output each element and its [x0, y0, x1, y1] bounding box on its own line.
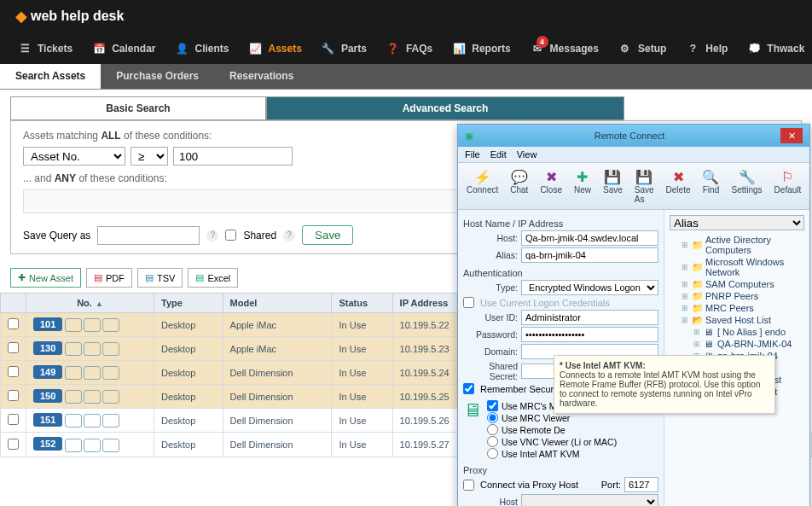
- proxy-checkbox[interactable]: [463, 480, 474, 491]
- tree-item[interactable]: ⊞📁SAM Computers: [682, 278, 804, 290]
- remember-checkbox[interactable]: [463, 383, 474, 394]
- toolbtn-connect[interactable]: ⚡Connect: [461, 166, 503, 206]
- remote-icon[interactable]: [65, 439, 82, 452]
- tree-item[interactable]: ⊞📂Saved Host List: [682, 314, 804, 326]
- userid-input[interactable]: [521, 310, 658, 325]
- subtab-purchase-orders[interactable]: Purchase Orders: [101, 64, 214, 89]
- viewer-radio[interactable]: [487, 424, 498, 435]
- row-checkbox[interactable]: [8, 390, 19, 401]
- tree-item[interactable]: ⊞📁Active Directory Computers: [682, 234, 804, 256]
- tree-expand-icon[interactable]: ⊞: [693, 340, 700, 348]
- toolbtn-find[interactable]: 🔍Find: [697, 166, 724, 206]
- row-checkbox[interactable]: [8, 318, 19, 329]
- menu-edit[interactable]: Edit: [490, 149, 507, 160]
- col-no[interactable]: No.▲: [26, 294, 154, 313]
- col-model[interactable]: Model: [223, 294, 332, 313]
- shared-checkbox[interactable]: [225, 230, 236, 241]
- port-input[interactable]: [624, 477, 658, 492]
- export-pdf-button[interactable]: ▤PDF: [86, 268, 132, 288]
- nav-thwack[interactable]: 💭Thwack: [738, 36, 812, 61]
- tree-item[interactable]: ⊞🖥QA-BRN-JMIK-04: [693, 338, 804, 350]
- screen-icon[interactable]: [102, 318, 119, 332]
- row-checkbox[interactable]: [8, 342, 19, 353]
- tree-expand-icon[interactable]: ⊞: [682, 280, 688, 288]
- mirror-checkbox[interactable]: [487, 400, 498, 411]
- field-select[interactable]: Asset No.: [23, 147, 125, 166]
- asset-no-badge[interactable]: 130: [33, 341, 62, 355]
- row-checkbox[interactable]: [8, 439, 19, 450]
- help-icon[interactable]: ?: [283, 230, 295, 241]
- toolbtn-close[interactable]: ✖Close: [535, 166, 567, 206]
- remote-icon[interactable]: [65, 390, 82, 404]
- remote-icon[interactable]: [65, 366, 82, 380]
- tab-advanced-search[interactable]: Advanced Search: [266, 96, 624, 120]
- toolbtn-save-as[interactable]: 💾Save As: [629, 166, 659, 206]
- toolbtn-default[interactable]: ⚐Default: [769, 166, 807, 206]
- screen-icon[interactable]: [102, 390, 119, 404]
- tree-expand-icon[interactable]: ⊞: [682, 316, 688, 324]
- tree-expand-icon[interactable]: ⊞: [693, 328, 700, 336]
- alias-input[interactable]: [521, 247, 658, 263]
- nav-clients[interactable]: 👤Clients: [166, 36, 238, 61]
- toolbtn-settings[interactable]: 🔧Settings: [726, 166, 767, 206]
- nav-messages[interactable]: ✉4Messages: [521, 36, 607, 61]
- view-icon[interactable]: [84, 390, 101, 404]
- export-excel-button[interactable]: ▤Excel: [188, 268, 238, 288]
- tree-item[interactable]: ⊞📁MRC Peers: [682, 302, 804, 314]
- remote-icon[interactable]: [65, 342, 82, 356]
- nav-setup[interactable]: ⚙Setup: [609, 36, 675, 61]
- use-current-checkbox[interactable]: [463, 297, 474, 308]
- view-icon[interactable]: [84, 439, 101, 452]
- save-button[interactable]: Save: [302, 225, 353, 245]
- export-tsv-button[interactable]: ▤TSV: [137, 268, 183, 288]
- screen-icon[interactable]: [102, 414, 119, 427]
- view-icon[interactable]: [84, 414, 101, 427]
- nav-faqs[interactable]: ❓FAQs: [377, 36, 441, 61]
- tab-basic-search[interactable]: Basic Search: [10, 96, 266, 120]
- new-asset-button[interactable]: ✚New Asset: [10, 268, 81, 288]
- help-icon[interactable]: ?: [206, 230, 218, 241]
- toolbtn-save[interactable]: 💾Save: [598, 166, 628, 206]
- tree-item[interactable]: ⊞📁PNRP Peers: [682, 290, 804, 302]
- value-input[interactable]: [173, 147, 293, 166]
- view-icon[interactable]: [84, 366, 101, 380]
- nav-assets[interactable]: 📈Assets: [240, 36, 310, 61]
- subtab-reservations[interactable]: Reservations: [214, 64, 309, 89]
- asset-no-badge[interactable]: 150: [33, 389, 62, 403]
- row-checkbox[interactable]: [8, 366, 19, 377]
- asset-no-badge[interactable]: 149: [33, 365, 62, 379]
- nav-tickets[interactable]: ☰Tickets: [9, 36, 81, 61]
- viewer-radio[interactable]: [487, 448, 498, 459]
- save-query-input[interactable]: [97, 226, 200, 245]
- toolbtn-delete[interactable]: ✖Delete: [661, 166, 696, 206]
- viewer-radio[interactable]: [487, 412, 498, 423]
- menu-view[interactable]: View: [517, 149, 537, 160]
- menu-file[interactable]: File: [465, 149, 480, 160]
- auth-type-select[interactable]: Encrypted Windows Logon: [521, 280, 658, 295]
- tree-item[interactable]: ⊞📁Microsoft Windows Network: [682, 256, 804, 278]
- col-type[interactable]: Type: [154, 294, 223, 313]
- tree-expand-icon[interactable]: ⊞: [682, 292, 688, 300]
- view-icon[interactable]: [84, 318, 101, 332]
- view-icon[interactable]: [84, 342, 101, 356]
- toolbtn-new[interactable]: ✚New: [569, 166, 596, 206]
- tree-expand-icon[interactable]: ⊞: [682, 263, 688, 271]
- tree-expand-icon[interactable]: ⊞: [682, 304, 688, 312]
- host-input[interactable]: [521, 230, 658, 246]
- nav-reports[interactable]: 📊Reports: [443, 36, 519, 61]
- remote-icon[interactable]: [65, 414, 82, 427]
- tree-item[interactable]: ⊞🖥[ No Alias ] endo: [693, 326, 804, 338]
- viewer-radio[interactable]: [487, 436, 498, 447]
- proxy-host-select[interactable]: [521, 494, 658, 506]
- col-checkbox[interactable]: [1, 294, 26, 313]
- remote-icon[interactable]: [65, 318, 82, 332]
- password-input[interactable]: [521, 327, 658, 342]
- alias-filter-select[interactable]: Alias: [670, 215, 804, 230]
- tree-expand-icon[interactable]: ⊞: [682, 241, 688, 249]
- screen-icon[interactable]: [102, 342, 119, 356]
- nav-parts[interactable]: 🔧Parts: [312, 36, 375, 61]
- screen-icon[interactable]: [102, 439, 119, 452]
- nav-help[interactable]: ?Help: [676, 36, 736, 61]
- nav-calendar[interactable]: 📅Calendar: [83, 36, 164, 61]
- asset-no-badge[interactable]: 152: [33, 437, 62, 451]
